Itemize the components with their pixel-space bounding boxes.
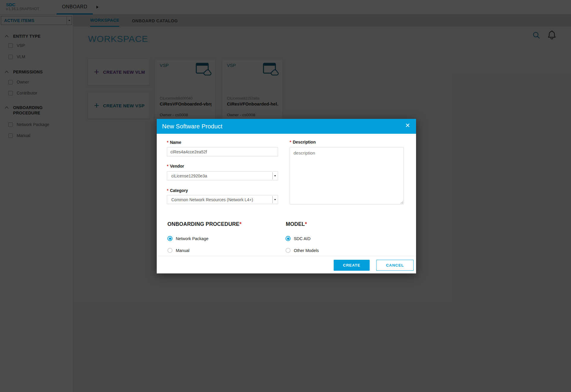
category-label: *Category <box>167 188 188 193</box>
category-selected-value: Common Network Resources (Network L4+) <box>171 197 253 202</box>
radio-label: Other Models <box>294 248 319 253</box>
required-marker: * <box>239 221 241 227</box>
create-button[interactable]: CREATE <box>334 260 370 271</box>
select-arrow-icon <box>272 172 277 180</box>
radio-label: Network Package <box>176 236 208 241</box>
radio-button[interactable] <box>167 248 172 253</box>
close-icon[interactable]: ✕ <box>405 122 410 128</box>
vendor-label: *Vendor <box>167 164 184 169</box>
modal-footer-divider <box>157 256 416 256</box>
name-label: *Name <box>167 140 181 145</box>
required-marker: * <box>167 140 168 145</box>
required-marker: * <box>290 140 291 144</box>
radio-button-selected[interactable] <box>286 236 291 241</box>
description-textarea[interactable] <box>290 147 404 204</box>
radio-button-selected[interactable] <box>167 236 172 241</box>
modal-header: New Software Product ✕ <box>157 119 416 134</box>
name-input[interactable] <box>167 147 278 156</box>
new-software-product-modal: New Software Product ✕ *Name *Vendor ciL… <box>157 119 416 273</box>
category-select[interactable]: Common Network Resources (Network L4+) <box>167 195 278 204</box>
required-marker: * <box>167 188 168 193</box>
radio-manual[interactable]: Manual <box>167 248 189 253</box>
radio-other-models[interactable]: Other Models <box>286 248 319 253</box>
radio-network-package[interactable]: Network Package <box>167 236 208 241</box>
onboarding-procedure-title: ONBOARDING PROCEDURE* <box>167 221 241 227</box>
cancel-button[interactable]: CANCEL <box>376 260 414 271</box>
select-arrow-icon <box>272 196 277 203</box>
required-marker: * <box>305 221 307 227</box>
description-field-wrap <box>290 147 404 204</box>
description-label: *Description <box>290 140 316 144</box>
model-title: MODEL* <box>286 221 307 227</box>
vendor-selected-value: ciLicense12920e3a <box>171 174 207 178</box>
radio-label: SDC AID <box>294 236 310 241</box>
sdc-onboarding-app: SDC v.1.16.1-SNAPSHOT ONBOARD WORKSPACE … <box>0 0 571 392</box>
modal-title: New Software Product <box>162 119 222 134</box>
required-marker: * <box>167 164 168 169</box>
radio-sdc-aid[interactable]: SDC AID <box>286 236 310 241</box>
radio-button[interactable] <box>286 248 291 253</box>
vendor-select[interactable]: ciLicense12920e3a <box>167 171 278 180</box>
radio-label: Manual <box>176 248 189 253</box>
